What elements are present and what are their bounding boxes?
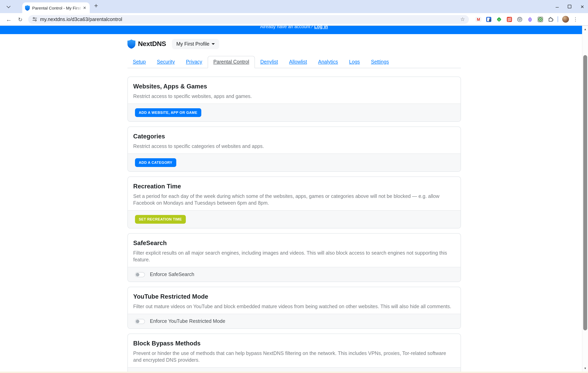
screen-recorder-extension-icon[interactable] <box>538 16 543 22</box>
page-scrollbar[interactable]: ▲ ▼ <box>582 26 588 371</box>
section-description: Filter out mature videos on YouTube and … <box>133 303 455 310</box>
tab-allowlist[interactable]: Allowlist <box>284 56 313 68</box>
toggle-knob <box>136 320 139 323</box>
tab-setup[interactable]: Setup <box>127 56 151 68</box>
section-title: Recreation Time <box>133 182 455 190</box>
section-description: Restrict access to specific categories o… <box>133 143 455 150</box>
tab-privacy[interactable]: Privacy <box>180 56 208 68</box>
section-title: Block Bypass Methods <box>133 340 455 347</box>
url-text[interactable]: my.nextdns.io/d3ca63/parentalcontrol <box>40 16 122 22</box>
tab-logs[interactable]: Logs <box>344 56 366 68</box>
crystal-extension-icon[interactable] <box>527 16 533 22</box>
tab-search-button[interactable] <box>5 3 12 10</box>
browser-toolbar: ← ↻ my.nextdns.io/d3ca63/parentalcontrol… <box>0 13 588 25</box>
tab-parental-control[interactable]: Parental Control <box>208 56 255 68</box>
account-banner: Already have an account? Log in <box>0 26 588 34</box>
section-title: SafeSearch <box>133 239 455 247</box>
reload-button[interactable]: ↻ <box>16 16 24 22</box>
add-website-app-game-button[interactable]: ADD A WEBSITE, APP OR GAME <box>135 108 201 117</box>
new-tab-button[interactable]: + <box>94 2 98 10</box>
maximize-button[interactable] <box>568 5 571 8</box>
extensions-puzzle-icon[interactable] <box>548 16 554 22</box>
scroll-up-icon[interactable]: ▲ <box>582 28 588 30</box>
section-recreation-time: Recreation Time Set a period for each da… <box>127 176 461 228</box>
tab-title: Parental Control - My First Profi <box>32 5 82 10</box>
chevron-down-icon <box>6 4 10 8</box>
section-youtube-restricted-mode: YouTube Restricted Mode Filter out matur… <box>127 287 461 329</box>
enforce-youtube-restricted-toggle[interactable] <box>135 319 145 324</box>
scrollbar-thumb[interactable] <box>583 55 587 330</box>
tab-close-icon[interactable]: × <box>82 5 87 10</box>
profile-avatar[interactable] <box>562 16 569 23</box>
browser-window: Parental Control - My First Profi × + – … <box>0 0 588 373</box>
svg-text:M: M <box>477 17 480 21</box>
section-title: Categories <box>133 132 455 140</box>
section-websites-apps-games: Websites, Apps & Games Restrict access t… <box>127 77 461 122</box>
nextdns-logo-shield-icon <box>127 39 135 49</box>
bookmark-star-icon[interactable]: ☆ <box>460 16 465 22</box>
site-settings-tune-icon[interactable] <box>32 17 37 22</box>
toggle-label: Enforce YouTube Restricted Mode <box>150 318 225 324</box>
login-link[interactable]: Log in <box>314 26 328 29</box>
brand-name: NextDNS <box>138 40 166 48</box>
section-title: Websites, Apps & Games <box>133 82 455 90</box>
toolbar-divider <box>557 16 558 22</box>
section-description: Prevent or hinder the use of methods tha… <box>133 350 455 364</box>
back-button[interactable]: ← <box>5 16 13 23</box>
add-category-button[interactable]: ADD A CATEGORY <box>135 158 176 167</box>
section-block-bypass-methods: Block Bypass Methods Prevent or hinder t… <box>127 333 461 373</box>
extensions-row: M <box>476 16 554 22</box>
toggle-knob <box>136 273 139 276</box>
feedly-extension-icon[interactable] <box>496 16 502 22</box>
main-nav: Setup Security Privacy Parental Control … <box>127 56 461 68</box>
tab-analytics[interactable]: Analytics <box>313 56 344 68</box>
tab-denylist[interactable]: Denylist <box>255 56 284 68</box>
section-title: YouTube Restricted Mode <box>133 293 455 300</box>
section-description: Set a period for each day of the week du… <box>133 193 455 207</box>
tab-settings[interactable]: Settings <box>366 56 394 68</box>
browser-tab[interactable]: Parental Control - My First Profi × <box>22 2 90 13</box>
todoist-extension-icon[interactable] <box>507 16 512 22</box>
section-description: Filter explicit results on all major sea… <box>133 250 455 263</box>
section-description: Restrict access to specific websites, ap… <box>133 93 455 100</box>
browser-titlebar: Parental Control - My First Profi × + – … <box>0 0 588 13</box>
section-safesearch: SafeSearch Filter explicit results on al… <box>127 233 461 282</box>
caret-down-icon <box>212 43 215 45</box>
password-manager-extension-icon[interactable] <box>486 16 492 22</box>
enforce-safesearch-toggle[interactable] <box>135 272 145 277</box>
toggle-label: Enforce SafeSearch <box>150 272 194 277</box>
profile-dropdown[interactable]: My First Profile <box>172 39 219 49</box>
bottom-notice-strip <box>0 371 588 373</box>
nextdns-favicon-shield-icon <box>25 5 30 10</box>
chrome-menu-icon[interactable]: ⋮ <box>573 16 578 22</box>
profile-dropdown-label: My First Profile <box>176 41 210 47</box>
minimize-button[interactable]: – <box>556 3 559 10</box>
app-header: NextDNS My First Profile <box>127 38 461 50</box>
address-bar[interactable]: my.nextdns.io/d3ca63/parentalcontrol ☆ <box>28 15 469 24</box>
window-close-button[interactable]: × <box>580 3 584 10</box>
gmail-extension-icon[interactable]: M <box>476 16 481 22</box>
tab-security[interactable]: Security <box>151 56 180 68</box>
power-extension-icon[interactable] <box>517 16 523 22</box>
page-content: Already have an account? Log in NextDNS … <box>0 26 588 373</box>
section-categories: Categories Restrict access to specific c… <box>127 127 461 172</box>
scroll-down-icon[interactable]: ▼ <box>582 367 588 369</box>
set-recreation-time-button[interactable]: SET RECREATION TIME <box>135 215 186 224</box>
banner-text: Already have an account? <box>260 26 313 29</box>
